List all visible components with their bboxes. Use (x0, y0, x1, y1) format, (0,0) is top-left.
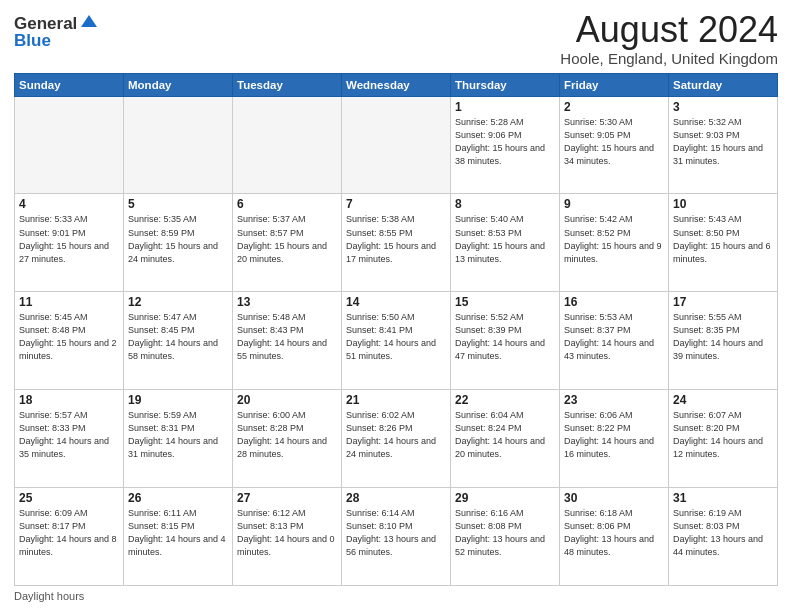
calendar-cell: 18Sunrise: 5:57 AMSunset: 8:33 PMDayligh… (15, 390, 124, 488)
calendar-cell: 10Sunrise: 5:43 AMSunset: 8:50 PMDayligh… (669, 194, 778, 292)
calendar-cell: 13Sunrise: 5:48 AMSunset: 8:43 PMDayligh… (233, 292, 342, 390)
day-number: 1 (455, 100, 555, 114)
day-number: 20 (237, 393, 337, 407)
day-number: 16 (564, 295, 664, 309)
day-info: Sunrise: 5:35 AMSunset: 8:59 PMDaylight:… (128, 213, 228, 265)
day-number: 6 (237, 197, 337, 211)
logo: General Blue (14, 14, 99, 51)
day-info: Sunrise: 5:30 AMSunset: 9:05 PMDaylight:… (564, 116, 664, 168)
calendar-table: SundayMondayTuesdayWednesdayThursdayFrid… (14, 73, 778, 586)
calendar-week-1: 1Sunrise: 5:28 AMSunset: 9:06 PMDaylight… (15, 96, 778, 194)
day-info: Sunrise: 5:50 AMSunset: 8:41 PMDaylight:… (346, 311, 446, 363)
calendar-week-5: 25Sunrise: 6:09 AMSunset: 8:17 PMDayligh… (15, 488, 778, 586)
calendar-cell: 1Sunrise: 5:28 AMSunset: 9:06 PMDaylight… (451, 96, 560, 194)
day-info: Sunrise: 6:14 AMSunset: 8:10 PMDaylight:… (346, 507, 446, 559)
calendar-week-4: 18Sunrise: 5:57 AMSunset: 8:33 PMDayligh… (15, 390, 778, 488)
calendar-cell: 26Sunrise: 6:11 AMSunset: 8:15 PMDayligh… (124, 488, 233, 586)
logo-icon (79, 13, 99, 33)
day-number: 8 (455, 197, 555, 211)
logo-blue-text: Blue (14, 31, 99, 51)
day-number: 5 (128, 197, 228, 211)
day-number: 22 (455, 393, 555, 407)
calendar-cell: 11Sunrise: 5:45 AMSunset: 8:48 PMDayligh… (15, 292, 124, 390)
day-info: Sunrise: 6:18 AMSunset: 8:06 PMDaylight:… (564, 507, 664, 559)
day-info: Sunrise: 5:57 AMSunset: 8:33 PMDaylight:… (19, 409, 119, 461)
calendar-header-row: SundayMondayTuesdayWednesdayThursdayFrid… (15, 73, 778, 96)
calendar-header-wednesday: Wednesday (342, 73, 451, 96)
calendar-cell: 28Sunrise: 6:14 AMSunset: 8:10 PMDayligh… (342, 488, 451, 586)
day-info: Sunrise: 5:37 AMSunset: 8:57 PMDaylight:… (237, 213, 337, 265)
day-number: 31 (673, 491, 773, 505)
day-info: Sunrise: 5:47 AMSunset: 8:45 PMDaylight:… (128, 311, 228, 363)
day-number: 17 (673, 295, 773, 309)
day-info: Sunrise: 5:33 AMSunset: 9:01 PMDaylight:… (19, 213, 119, 265)
day-info: Sunrise: 5:45 AMSunset: 8:48 PMDaylight:… (19, 311, 119, 363)
calendar-cell: 15Sunrise: 5:52 AMSunset: 8:39 PMDayligh… (451, 292, 560, 390)
calendar-header-thursday: Thursday (451, 73, 560, 96)
day-number: 19 (128, 393, 228, 407)
day-number: 26 (128, 491, 228, 505)
footer: Daylight hours (14, 590, 778, 602)
month-title: August 2024 (560, 10, 778, 50)
day-number: 25 (19, 491, 119, 505)
page: General Blue August 2024 Hoole, England,… (0, 0, 792, 612)
header: General Blue August 2024 Hoole, England,… (14, 10, 778, 67)
day-info: Sunrise: 5:48 AMSunset: 8:43 PMDaylight:… (237, 311, 337, 363)
calendar-cell: 22Sunrise: 6:04 AMSunset: 8:24 PMDayligh… (451, 390, 560, 488)
calendar-cell: 24Sunrise: 6:07 AMSunset: 8:20 PMDayligh… (669, 390, 778, 488)
calendar-cell: 31Sunrise: 6:19 AMSunset: 8:03 PMDayligh… (669, 488, 778, 586)
day-number: 12 (128, 295, 228, 309)
day-number: 11 (19, 295, 119, 309)
day-number: 18 (19, 393, 119, 407)
calendar-header-tuesday: Tuesday (233, 73, 342, 96)
day-number: 29 (455, 491, 555, 505)
calendar-header-monday: Monday (124, 73, 233, 96)
calendar-cell: 9Sunrise: 5:42 AMSunset: 8:52 PMDaylight… (560, 194, 669, 292)
calendar-cell: 8Sunrise: 5:40 AMSunset: 8:53 PMDaylight… (451, 194, 560, 292)
day-number: 7 (346, 197, 446, 211)
svg-marker-0 (81, 15, 97, 27)
day-number: 3 (673, 100, 773, 114)
day-number: 24 (673, 393, 773, 407)
calendar-cell: 21Sunrise: 6:02 AMSunset: 8:26 PMDayligh… (342, 390, 451, 488)
day-info: Sunrise: 6:19 AMSunset: 8:03 PMDaylight:… (673, 507, 773, 559)
calendar-cell: 12Sunrise: 5:47 AMSunset: 8:45 PMDayligh… (124, 292, 233, 390)
calendar-header-sunday: Sunday (15, 73, 124, 96)
daylight-label: Daylight hours (14, 590, 84, 602)
calendar-header-saturday: Saturday (669, 73, 778, 96)
day-info: Sunrise: 6:06 AMSunset: 8:22 PMDaylight:… (564, 409, 664, 461)
calendar-cell: 4Sunrise: 5:33 AMSunset: 9:01 PMDaylight… (15, 194, 124, 292)
day-number: 4 (19, 197, 119, 211)
day-number: 15 (455, 295, 555, 309)
day-info: Sunrise: 5:43 AMSunset: 8:50 PMDaylight:… (673, 213, 773, 265)
day-info: Sunrise: 6:02 AMSunset: 8:26 PMDaylight:… (346, 409, 446, 461)
calendar-cell: 27Sunrise: 6:12 AMSunset: 8:13 PMDayligh… (233, 488, 342, 586)
day-info: Sunrise: 5:32 AMSunset: 9:03 PMDaylight:… (673, 116, 773, 168)
day-number: 2 (564, 100, 664, 114)
calendar-header-friday: Friday (560, 73, 669, 96)
day-number: 27 (237, 491, 337, 505)
day-number: 21 (346, 393, 446, 407)
day-number: 28 (346, 491, 446, 505)
calendar-cell: 16Sunrise: 5:53 AMSunset: 8:37 PMDayligh… (560, 292, 669, 390)
calendar-cell: 19Sunrise: 5:59 AMSunset: 8:31 PMDayligh… (124, 390, 233, 488)
calendar-cell (342, 96, 451, 194)
day-number: 13 (237, 295, 337, 309)
day-info: Sunrise: 5:40 AMSunset: 8:53 PMDaylight:… (455, 213, 555, 265)
calendar-cell: 5Sunrise: 5:35 AMSunset: 8:59 PMDaylight… (124, 194, 233, 292)
calendar-cell: 2Sunrise: 5:30 AMSunset: 9:05 PMDaylight… (560, 96, 669, 194)
calendar-cell: 30Sunrise: 6:18 AMSunset: 8:06 PMDayligh… (560, 488, 669, 586)
calendar-cell (233, 96, 342, 194)
calendar-cell: 29Sunrise: 6:16 AMSunset: 8:08 PMDayligh… (451, 488, 560, 586)
calendar-cell: 3Sunrise: 5:32 AMSunset: 9:03 PMDaylight… (669, 96, 778, 194)
day-info: Sunrise: 6:04 AMSunset: 8:24 PMDaylight:… (455, 409, 555, 461)
calendar-cell: 6Sunrise: 5:37 AMSunset: 8:57 PMDaylight… (233, 194, 342, 292)
calendar-cell: 20Sunrise: 6:00 AMSunset: 8:28 PMDayligh… (233, 390, 342, 488)
calendar-cell: 7Sunrise: 5:38 AMSunset: 8:55 PMDaylight… (342, 194, 451, 292)
calendar-week-3: 11Sunrise: 5:45 AMSunset: 8:48 PMDayligh… (15, 292, 778, 390)
calendar-cell: 23Sunrise: 6:06 AMSunset: 8:22 PMDayligh… (560, 390, 669, 488)
title-area: August 2024 Hoole, England, United Kingd… (560, 10, 778, 67)
day-info: Sunrise: 5:52 AMSunset: 8:39 PMDaylight:… (455, 311, 555, 363)
day-info: Sunrise: 5:53 AMSunset: 8:37 PMDaylight:… (564, 311, 664, 363)
day-info: Sunrise: 6:09 AMSunset: 8:17 PMDaylight:… (19, 507, 119, 559)
